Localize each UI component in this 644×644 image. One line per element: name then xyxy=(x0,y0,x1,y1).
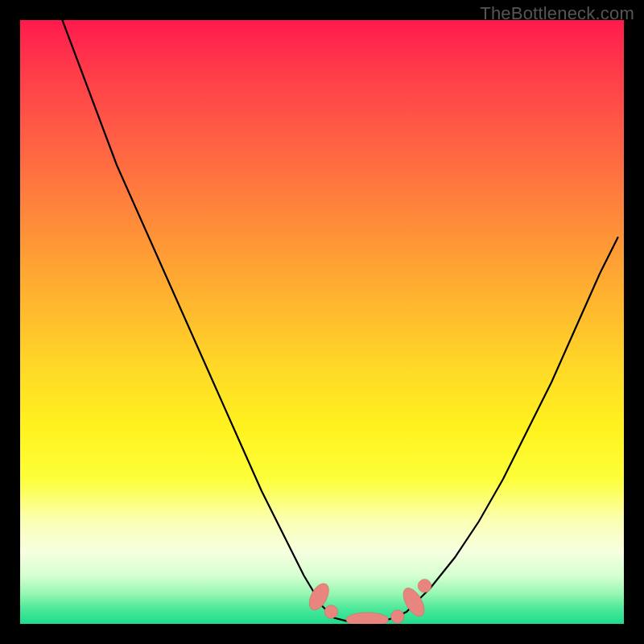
valley-markers xyxy=(305,580,431,625)
marker-dot xyxy=(418,580,431,593)
marker-dot xyxy=(324,605,338,619)
bottleneck-curve xyxy=(63,20,618,622)
plot-area xyxy=(20,20,624,624)
curve-svg xyxy=(20,20,624,624)
watermark-text: TheBottleneck.com xyxy=(480,3,634,24)
chart-frame: TheBottleneck.com xyxy=(0,0,644,644)
marker-pill xyxy=(346,613,389,624)
marker-dot xyxy=(391,610,405,624)
